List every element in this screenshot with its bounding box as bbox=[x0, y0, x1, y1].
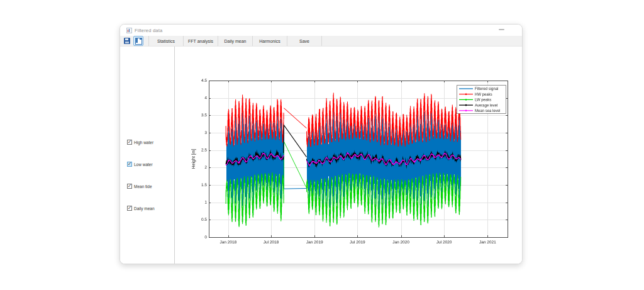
checkbox-row-low-water[interactable]: ✓ Low water bbox=[127, 161, 153, 167]
statistics-button[interactable]: Statistics bbox=[149, 36, 184, 46]
minimize-button[interactable] bbox=[499, 29, 504, 30]
layout-toggle-button[interactable] bbox=[133, 36, 143, 46]
save-icon-button[interactable] bbox=[122, 36, 131, 46]
daily-mean-button[interactable]: Daily mean bbox=[218, 36, 253, 46]
layout-grid-icon bbox=[135, 38, 142, 45]
high-water-checkbox[interactable]: ✓ bbox=[127, 140, 132, 145]
daily-mean-label: Daily mean bbox=[134, 206, 155, 211]
daily-mean-checkbox[interactable]: ✓ bbox=[127, 206, 132, 211]
titlebar: Filtered data bbox=[120, 25, 522, 36]
checkbox-row-high-water[interactable]: ✓ High water bbox=[127, 139, 153, 145]
sidebar: ✓ High water ✓ Low water ✓ Mean tide ✓ D… bbox=[120, 47, 174, 264]
content-area: ✓ High water ✓ Low water ✓ Mean tide ✓ D… bbox=[120, 47, 522, 264]
mean-tide-label: Mean tide bbox=[134, 184, 152, 189]
mean-tide-checkbox[interactable]: ✓ bbox=[127, 184, 132, 189]
high-water-label: High water bbox=[134, 140, 153, 145]
low-water-checkbox[interactable]: ✓ bbox=[127, 162, 132, 167]
save-button[interactable]: Save bbox=[287, 36, 322, 46]
app-chart-icon bbox=[126, 28, 132, 33]
checkbox-row-daily-mean[interactable]: ✓ Daily mean bbox=[127, 205, 155, 211]
toolbar: Statistics FFT analysis Daily mean Harmo… bbox=[120, 36, 522, 47]
toolbar-buttons: Statistics FFT analysis Daily mean Harmo… bbox=[148, 36, 322, 46]
desktop: Filtered data Statistics FFT analysis Da… bbox=[0, 0, 644, 290]
window-title: Filtered data bbox=[135, 28, 162, 33]
tide-chart-canvas bbox=[175, 47, 523, 264]
checkbox-row-mean-tide[interactable]: ✓ Mean tide bbox=[127, 183, 152, 189]
floppy-disk-icon bbox=[124, 38, 130, 44]
fft-analysis-button[interactable]: FFT analysis bbox=[184, 36, 218, 46]
filtered-data-window: Filtered data Statistics FFT analysis Da… bbox=[119, 24, 523, 264]
harmonics-button[interactable]: Harmonics bbox=[253, 36, 287, 46]
low-water-label: Low water bbox=[134, 162, 153, 167]
